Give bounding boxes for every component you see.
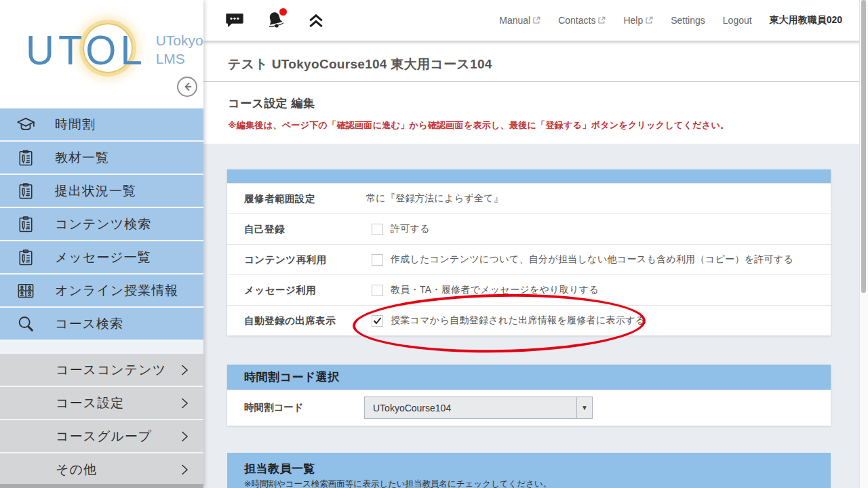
sidebar-item-course-contents[interactable]: コースコンテンツ bbox=[0, 354, 203, 387]
username: 東大用教職員020 bbox=[770, 14, 842, 26]
sidebar-item-label: 教材一覧 bbox=[55, 149, 109, 167]
settings-link[interactable]: Settings bbox=[671, 15, 705, 26]
attendance-display-checkbox[interactable] bbox=[372, 315, 383, 327]
section-heading: コース設定 編集 bbox=[203, 82, 868, 111]
table-row: 履修者範囲設定 常に『登録方法によらず全て』 bbox=[227, 183, 831, 214]
self-registration-checkbox[interactable] bbox=[372, 224, 383, 235]
utol-lms-app: UTOL UTokyo LMS 時間割 bbox=[0, 0, 868, 488]
logo-wordmark: UTOL bbox=[26, 26, 146, 73]
timetable-code-row: 時間割コード UTokyoCourse104 ▼ bbox=[227, 390, 831, 426]
notification-dot bbox=[279, 8, 287, 16]
logo-subtitle: UTokyo LMS bbox=[156, 32, 203, 68]
clipboard-icon bbox=[15, 180, 37, 202]
page-title: テスト UTokyoCourse104 東大用コース104 bbox=[203, 41, 868, 81]
chevron-right-icon bbox=[180, 397, 189, 409]
table-header-bar bbox=[227, 169, 831, 183]
table-row: 自動登録の出席表示 授業コマから自動登録された出席情報を履修者に表示する bbox=[227, 305, 831, 336]
chevron-right-icon bbox=[180, 464, 189, 476]
search-icon bbox=[15, 313, 37, 335]
utol-logo: UTOL UTokyo LMS bbox=[26, 27, 203, 73]
message-use-checkbox[interactable] bbox=[372, 285, 383, 296]
table-row: 自己登録 許可する bbox=[227, 214, 831, 244]
clipboard-icon bbox=[15, 147, 37, 169]
sidebar-item-label: コースグループ bbox=[56, 428, 152, 445]
notification-bell-icon[interactable] bbox=[264, 9, 286, 31]
warning-note: ※編集後は、ページ下の「確認画面に進む」から確認画面を表示し、最後に「登録する」… bbox=[203, 111, 868, 131]
timetable-code-section: 時間割コード選択 時間割コード UTokyoCourse104 ▼ bbox=[227, 365, 831, 426]
sidebar-item-content-search[interactable]: コンテンツ検索 bbox=[0, 208, 203, 241]
faculty-list-section: 担当教員一覧 ※時間割やコース検索画面等に表示したい担当教員名にチェックしてくだ… bbox=[227, 453, 831, 488]
topbar: Manual Contacts Help Settings Logout 東大用… bbox=[203, 0, 868, 41]
dropdown-arrow-icon: ▼ bbox=[576, 397, 592, 418]
sidebar-item-messages[interactable]: メッセージ一覧 bbox=[0, 241, 203, 274]
main-content: テスト UTokyoCourse104 東大用コース104 コース設定 編集 ※… bbox=[203, 41, 868, 488]
content-background: 履修者範囲設定 常に『登録方法によらず全て』 自己登録 許可する コンテンツ再利… bbox=[203, 144, 868, 488]
sidebar-item-online-class[interactable]: オンライン授業情報 bbox=[0, 274, 203, 308]
sidebar-item-course-search[interactable]: コース検索 bbox=[0, 308, 203, 341]
sidebar-item-label: オンライン授業情報 bbox=[55, 282, 178, 300]
sidebar-item-timetable[interactable]: 時間割 bbox=[0, 108, 203, 142]
sidebar-item-label: メッセージ一覧 bbox=[55, 249, 151, 266]
vertical-scrollbar[interactable] bbox=[859, 0, 868, 488]
sidebar-item-label: コース検索 bbox=[55, 315, 123, 333]
clipboard-icon bbox=[15, 247, 37, 268]
arrow-left-icon bbox=[182, 81, 193, 92]
sidebar-item-label: コンテンツ検索 bbox=[55, 216, 151, 233]
sidebar-item-others[interactable]: その他 bbox=[0, 453, 203, 487]
table-row: メッセージ利用 教員・TA・履修者でメッセージをやり取りする bbox=[227, 274, 831, 305]
sidebar-collapse-button[interactable] bbox=[177, 77, 197, 97]
sidebar-item-label: 時間割 bbox=[55, 116, 96, 134]
topbar-icons bbox=[203, 9, 327, 31]
sidebar-item-materials[interactable]: 教材一覧 bbox=[0, 142, 203, 175]
sidebar-item-label: コース設定 bbox=[56, 394, 124, 412]
section-header: 時間割コード選択 bbox=[227, 365, 831, 390]
sidebar-group-gap bbox=[0, 341, 203, 354]
chevron-right-icon bbox=[180, 430, 189, 443]
clipboard-icon bbox=[15, 214, 37, 235]
sidebar-secondary-nav: コースコンテンツ コース設定 コースグループ その他 bbox=[0, 354, 203, 487]
manual-link[interactable]: Manual bbox=[499, 15, 540, 26]
sidebar-item-course-settings[interactable]: コース設定 bbox=[0, 387, 203, 420]
topbar-links: Manual Contacts Help Settings Logout 東大用… bbox=[499, 14, 868, 26]
table-row: コンテンツ再利用 作成したコンテンツについて、自分が担当しない他コースも含め利用… bbox=[227, 244, 831, 274]
timetable-code-select[interactable]: UTokyoCourse104 ▼ bbox=[364, 396, 593, 419]
graduation-cap-icon bbox=[15, 114, 37, 136]
chevron-right-icon bbox=[180, 364, 189, 376]
logout-link[interactable]: Logout bbox=[723, 15, 752, 26]
sidebar-item-label: その他 bbox=[56, 461, 97, 479]
logo-area: UTOL UTokyo LMS bbox=[0, 0, 203, 108]
collapse-up-icon[interactable] bbox=[305, 9, 327, 31]
sidebar-item-label: コースコンテンツ bbox=[56, 361, 166, 379]
external-link-icon bbox=[645, 16, 653, 24]
sidebar-item-submissions[interactable]: 提出状況一覧 bbox=[0, 175, 203, 208]
external-link-icon bbox=[597, 16, 606, 24]
sidebar: UTOL UTokyo LMS 時間割 bbox=[0, 0, 203, 488]
sidebar-item-course-group[interactable]: コースグループ bbox=[0, 420, 203, 453]
sidebar-bottom-edge bbox=[0, 484, 203, 488]
course-settings-table: 履修者範囲設定 常に『登録方法によらず全て』 自己登録 許可する コンテンツ再利… bbox=[227, 169, 831, 336]
message-icon[interactable] bbox=[224, 9, 245, 31]
content-reuse-checkbox[interactable] bbox=[372, 254, 383, 266]
sidebar-item-label: 提出状況一覧 bbox=[55, 182, 136, 200]
check-icon bbox=[373, 317, 382, 325]
help-link[interactable]: Help bbox=[623, 15, 653, 26]
external-link-icon bbox=[532, 16, 540, 24]
sidebar-primary-nav: 時間割 教材一覧 提出状況一覧 コンテンツ検索 bbox=[0, 108, 203, 341]
contacts-link[interactable]: Contacts bbox=[558, 15, 606, 26]
scrollbar-thumb[interactable] bbox=[861, 0, 866, 293]
online-class-icon bbox=[15, 280, 37, 302]
